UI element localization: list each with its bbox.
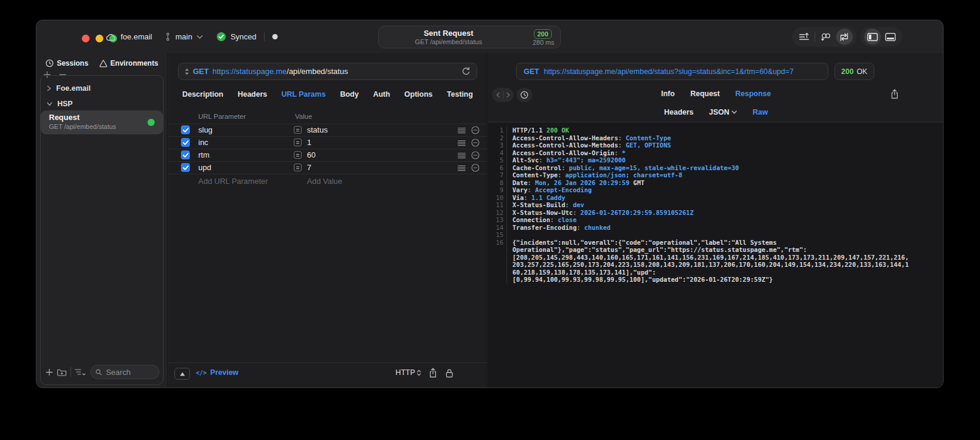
response-line: 1HTTP/1.1 200 OK bbox=[488, 127, 944, 134]
param-value-input[interactable]: 1 bbox=[307, 138, 311, 147]
exchange-tab-bar: InfoRequestResponse bbox=[488, 90, 944, 98]
method-stepper-icon[interactable] bbox=[185, 68, 189, 75]
response-line: 13Connection: close bbox=[488, 216, 944, 224]
chevron-right-icon bbox=[47, 85, 51, 91]
import-export-icon[interactable] bbox=[795, 29, 812, 45]
sync-status-label[interactable]: Synced bbox=[231, 32, 256, 41]
toggle-bottom-panel-icon[interactable] bbox=[882, 29, 899, 45]
remove-param-button[interactable] bbox=[471, 139, 480, 147]
param-checkbox[interactable] bbox=[181, 125, 190, 134]
response-line: 8Date: Mon, 26 Jan 2026 20:29:59 GMT bbox=[488, 179, 944, 187]
remove-param-button[interactable] bbox=[471, 151, 480, 159]
add-param-row[interactable]: Add URL Parameter Add Value bbox=[168, 174, 487, 187]
tab-response[interactable]: Response bbox=[735, 90, 771, 98]
collapse-editor-button[interactable] bbox=[174, 368, 190, 380]
param-checkbox[interactable] bbox=[181, 163, 190, 172]
tree-item-hsp[interactable]: HSP bbox=[47, 99, 157, 109]
new-request-button[interactable] bbox=[45, 368, 53, 376]
loop-download-icon[interactable] bbox=[818, 29, 834, 45]
search-box[interactable] bbox=[90, 365, 159, 379]
sent-request-url: https://statuspage.me/api/embed/status?s… bbox=[544, 67, 794, 76]
toolbar-group-actions bbox=[792, 27, 856, 47]
view-tab-headers[interactable]: Headers bbox=[664, 108, 693, 116]
tab-sessions[interactable]: Sessions bbox=[45, 59, 88, 67]
tab-options[interactable]: Options bbox=[404, 90, 432, 99]
equals-icon: = bbox=[294, 164, 302, 171]
param-row-upd: upd=7 bbox=[168, 161, 487, 174]
cloud-icon bbox=[106, 33, 116, 41]
protocol-selector[interactable]: HTTP bbox=[395, 368, 421, 377]
request-list-item-selected[interactable]: Request GET /api/embed/status bbox=[41, 110, 163, 134]
response-status-code: 200 bbox=[841, 67, 854, 76]
tab-url-params[interactable]: URL Params bbox=[281, 90, 325, 99]
reload-icon[interactable] bbox=[462, 67, 471, 76]
param-value-input[interactable]: 60 bbox=[307, 150, 315, 159]
request-url-bar[interactable]: GET https://statuspage.me/api/embed/stat… bbox=[178, 63, 477, 80]
sessions-panel: Foe.email HSP Request GET /api/embed/sta… bbox=[40, 75, 164, 385]
param-value-input[interactable]: status bbox=[307, 125, 328, 134]
sent-request-url-box[interactable]: GET https://statuspage.me/api/embed/stat… bbox=[516, 63, 828, 80]
param-value-input[interactable]: 7 bbox=[307, 163, 311, 172]
tab-request[interactable]: Request bbox=[690, 90, 720, 98]
tab-info[interactable]: Info bbox=[661, 90, 675, 98]
response-line: 11X-Status-Build: dev bbox=[488, 201, 944, 209]
sort-list-button[interactable] bbox=[75, 368, 87, 376]
resend-request-icon[interactable] bbox=[836, 29, 853, 45]
line-number: 5 bbox=[488, 156, 506, 164]
add-value-placeholder[interactable]: Add Value bbox=[307, 177, 342, 186]
tab-environments[interactable]: Environments bbox=[99, 59, 158, 67]
reorder-handle-icon[interactable] bbox=[457, 165, 466, 171]
request-title: Request bbox=[49, 113, 79, 122]
param-checkbox[interactable] bbox=[181, 150, 190, 159]
ssl-lock-button[interactable] bbox=[446, 368, 453, 378]
share-request-button[interactable] bbox=[429, 368, 437, 378]
tree-item-foe-email[interactable]: Foe.email bbox=[47, 83, 157, 94]
minimize-window-button[interactable] bbox=[96, 35, 103, 42]
param-row-rtm: rtm=60 bbox=[168, 149, 487, 161]
url-params-table: URL Parameter Value slug=statusinc=1rtm=… bbox=[168, 113, 487, 187]
toggle-sidebar-icon[interactable] bbox=[864, 29, 881, 45]
preview-button[interactable]: Preview bbox=[196, 368, 238, 377]
toolbar-divider bbox=[815, 32, 815, 42]
chevron-down-icon bbox=[732, 110, 737, 114]
request-subtitle: GET /api/embed/status bbox=[49, 123, 116, 130]
request-method[interactable]: GET bbox=[193, 67, 209, 76]
sidebar: Sessions Environments Foe.email HSP bbox=[36, 53, 168, 388]
line-number: 2 bbox=[488, 134, 506, 142]
toolbar-divider bbox=[70, 367, 71, 377]
tab-testing[interactable]: Testing bbox=[447, 90, 473, 99]
reorder-handle-icon[interactable] bbox=[457, 140, 466, 146]
remove-param-button[interactable] bbox=[471, 164, 480, 172]
tab-headers[interactable]: Headers bbox=[238, 90, 267, 99]
add-param-placeholder[interactable]: Add URL Parameter bbox=[198, 177, 268, 186]
project-name[interactable]: foe.email bbox=[121, 32, 152, 41]
reorder-handle-icon[interactable] bbox=[457, 152, 466, 159]
stepper-icon bbox=[417, 370, 421, 376]
chevron-down-icon[interactable] bbox=[196, 35, 203, 39]
param-checkbox[interactable] bbox=[181, 138, 190, 147]
param-name-input[interactable]: rtm bbox=[198, 150, 210, 159]
new-folder-button[interactable] bbox=[57, 368, 67, 376]
export-response-button[interactable] bbox=[890, 89, 899, 99]
response-raw-view[interactable]: 1HTTP/1.1 200 OK2Access-Control-Allow-He… bbox=[488, 122, 944, 388]
equals-icon: = bbox=[294, 151, 302, 159]
response-line: 60,218,159,138,178,135,173,141],"upd": bbox=[488, 269, 944, 276]
view-tab-raw[interactable]: Raw bbox=[752, 108, 768, 116]
search-input[interactable] bbox=[105, 367, 154, 377]
remove-param-button[interactable] bbox=[471, 126, 480, 134]
response-method: GET bbox=[524, 67, 539, 76]
param-name-input[interactable]: upd bbox=[198, 163, 211, 172]
close-window-button[interactable] bbox=[82, 35, 90, 42]
view-tab-json[interactable]: JSON bbox=[709, 108, 737, 116]
param-name-input[interactable]: slug bbox=[198, 125, 213, 134]
reorder-handle-icon[interactable] bbox=[457, 127, 466, 134]
tab-description[interactable]: Description bbox=[182, 90, 223, 99]
request-status-pill[interactable]: Sent Request GET /api/embed/status 200 2… bbox=[378, 26, 561, 48]
response-line: 4Access-Control-Allow-Origin: * bbox=[488, 149, 944, 157]
toolbar-group-panels bbox=[861, 27, 902, 47]
tab-auth[interactable]: Auth bbox=[373, 90, 390, 99]
param-name-input[interactable]: inc bbox=[198, 138, 208, 147]
sent-request-title: Sent Request bbox=[379, 29, 518, 38]
tab-body[interactable]: Body bbox=[340, 90, 358, 99]
branch-selector[interactable]: main bbox=[176, 32, 192, 41]
